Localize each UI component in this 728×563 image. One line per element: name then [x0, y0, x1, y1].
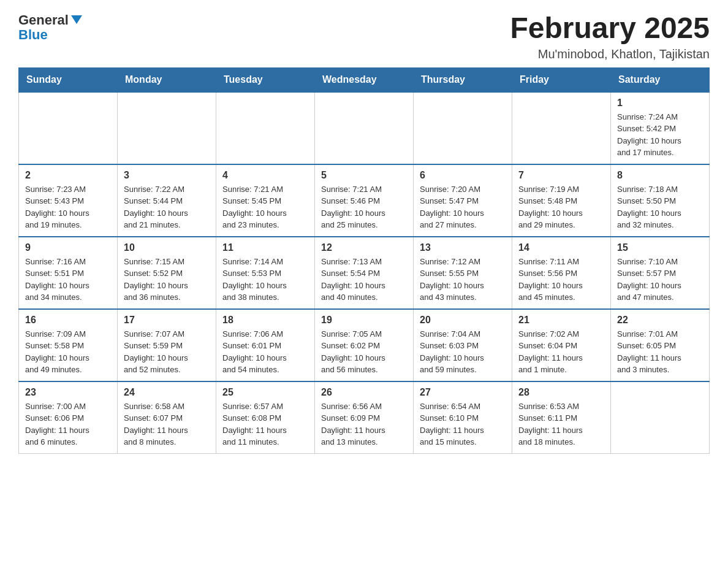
day-number: 1	[617, 98, 703, 109]
day-info: Sunrise: 7:09 AM Sunset: 5:58 PM Dayligh…	[25, 328, 111, 376]
weekday-header-thursday: Thursday	[414, 67, 512, 92]
calendar-cell: 21Sunrise: 7:02 AM Sunset: 6:04 PM Dayli…	[512, 309, 611, 381]
calendar-cell: 12Sunrise: 7:13 AM Sunset: 5:54 PM Dayli…	[315, 237, 414, 309]
calendar-cell: 4Sunrise: 7:21 AM Sunset: 5:45 PM Daylig…	[216, 164, 315, 237]
title-block: February 2025 Mu'minobod, Khatlon, Tajik…	[510, 12, 710, 61]
calendar-cell: 5Sunrise: 7:21 AM Sunset: 5:46 PM Daylig…	[315, 164, 414, 237]
day-number: 4	[222, 170, 308, 181]
calendar-cell: 20Sunrise: 7:04 AM Sunset: 6:03 PM Dayli…	[414, 309, 512, 381]
calendar-cell	[315, 92, 414, 164]
calendar-cell: 3Sunrise: 7:22 AM Sunset: 5:44 PM Daylig…	[118, 164, 216, 237]
day-info: Sunrise: 6:57 AM Sunset: 6:08 PM Dayligh…	[222, 400, 308, 448]
calendar-cell: 22Sunrise: 7:01 AM Sunset: 6:05 PM Dayli…	[611, 309, 710, 381]
day-info: Sunrise: 7:11 AM Sunset: 5:56 PM Dayligh…	[518, 256, 604, 304]
day-info: Sunrise: 7:14 AM Sunset: 5:53 PM Dayligh…	[222, 256, 308, 304]
day-number: 24	[124, 387, 210, 398]
weekday-header-tuesday: Tuesday	[216, 67, 315, 92]
calendar-cell	[216, 92, 315, 164]
calendar-cell: 26Sunrise: 6:56 AM Sunset: 6:09 PM Dayli…	[315, 381, 414, 454]
logo-blue: Blue	[18, 27, 48, 43]
day-number: 9	[25, 242, 111, 253]
day-number: 8	[617, 170, 703, 181]
day-info: Sunrise: 7:04 AM Sunset: 6:03 PM Dayligh…	[420, 328, 506, 376]
day-info: Sunrise: 7:19 AM Sunset: 5:48 PM Dayligh…	[518, 183, 604, 231]
day-info: Sunrise: 7:12 AM Sunset: 5:55 PM Dayligh…	[420, 256, 506, 304]
day-info: Sunrise: 7:22 AM Sunset: 5:44 PM Dayligh…	[124, 183, 210, 231]
day-info: Sunrise: 6:58 AM Sunset: 6:07 PM Dayligh…	[124, 400, 210, 448]
day-number: 21	[518, 315, 604, 326]
calendar-cell: 17Sunrise: 7:07 AM Sunset: 5:59 PM Dayli…	[118, 309, 216, 381]
calendar-cell	[19, 92, 118, 164]
page-header: General Blue February 2025 Mu'minobod, K…	[18, 12, 710, 61]
day-number: 26	[321, 387, 407, 398]
calendar-week-row: 23Sunrise: 7:00 AM Sunset: 6:06 PM Dayli…	[19, 381, 710, 454]
calendar-week-row: 9Sunrise: 7:16 AM Sunset: 5:51 PM Daylig…	[19, 237, 710, 309]
calendar-cell: 2Sunrise: 7:23 AM Sunset: 5:43 PM Daylig…	[19, 164, 118, 237]
weekday-header-sunday: Sunday	[19, 67, 118, 92]
calendar-week-row: 1Sunrise: 7:24 AM Sunset: 5:42 PM Daylig…	[19, 92, 710, 164]
day-number: 7	[518, 170, 604, 181]
svg-marker-0	[71, 15, 82, 24]
day-info: Sunrise: 7:07 AM Sunset: 5:59 PM Dayligh…	[124, 328, 210, 376]
day-number: 19	[321, 315, 407, 326]
day-info: Sunrise: 7:02 AM Sunset: 6:04 PM Dayligh…	[518, 328, 604, 376]
calendar-cell: 13Sunrise: 7:12 AM Sunset: 5:55 PM Dayli…	[414, 237, 512, 309]
logo: General Blue	[18, 12, 82, 43]
calendar-cell	[118, 92, 216, 164]
calendar-cell: 25Sunrise: 6:57 AM Sunset: 6:08 PM Dayli…	[216, 381, 315, 454]
day-number: 18	[222, 315, 308, 326]
calendar-cell: 23Sunrise: 7:00 AM Sunset: 6:06 PM Dayli…	[19, 381, 118, 454]
day-info: Sunrise: 6:53 AM Sunset: 6:11 PM Dayligh…	[518, 400, 604, 448]
calendar-cell: 11Sunrise: 7:14 AM Sunset: 5:53 PM Dayli…	[216, 237, 315, 309]
day-info: Sunrise: 7:24 AM Sunset: 5:42 PM Dayligh…	[617, 111, 703, 159]
calendar-cell: 8Sunrise: 7:18 AM Sunset: 5:50 PM Daylig…	[611, 164, 710, 237]
day-number: 10	[124, 242, 210, 253]
day-info: Sunrise: 7:23 AM Sunset: 5:43 PM Dayligh…	[25, 183, 111, 231]
calendar-week-row: 2Sunrise: 7:23 AM Sunset: 5:43 PM Daylig…	[19, 164, 710, 237]
day-info: Sunrise: 7:16 AM Sunset: 5:51 PM Dayligh…	[25, 256, 111, 304]
calendar-cell	[611, 381, 710, 454]
day-number: 22	[617, 315, 703, 326]
day-info: Sunrise: 7:10 AM Sunset: 5:57 PM Dayligh…	[617, 256, 703, 304]
calendar-cell: 10Sunrise: 7:15 AM Sunset: 5:52 PM Dayli…	[118, 237, 216, 309]
calendar-cell: 14Sunrise: 7:11 AM Sunset: 5:56 PM Dayli…	[512, 237, 611, 309]
day-number: 28	[518, 387, 604, 398]
calendar-week-row: 16Sunrise: 7:09 AM Sunset: 5:58 PM Dayli…	[19, 309, 710, 381]
calendar-cell: 7Sunrise: 7:19 AM Sunset: 5:48 PM Daylig…	[512, 164, 611, 237]
month-title: February 2025	[510, 12, 710, 45]
logo-arrow-icon	[71, 15, 82, 26]
calendar-table: SundayMondayTuesdayWednesdayThursdayFrid…	[18, 67, 710, 454]
logo-general: General	[18, 12, 69, 28]
day-number: 14	[518, 242, 604, 253]
calendar-cell: 9Sunrise: 7:16 AM Sunset: 5:51 PM Daylig…	[19, 237, 118, 309]
day-number: 2	[25, 170, 111, 181]
day-info: Sunrise: 7:21 AM Sunset: 5:45 PM Dayligh…	[222, 183, 308, 231]
day-number: 5	[321, 170, 407, 181]
day-number: 20	[420, 315, 506, 326]
day-info: Sunrise: 7:13 AM Sunset: 5:54 PM Dayligh…	[321, 256, 407, 304]
day-number: 11	[222, 242, 308, 253]
calendar-cell	[414, 92, 512, 164]
day-info: Sunrise: 6:56 AM Sunset: 6:09 PM Dayligh…	[321, 400, 407, 448]
day-info: Sunrise: 6:54 AM Sunset: 6:10 PM Dayligh…	[420, 400, 506, 448]
calendar-cell: 19Sunrise: 7:05 AM Sunset: 6:02 PM Dayli…	[315, 309, 414, 381]
day-info: Sunrise: 7:05 AM Sunset: 6:02 PM Dayligh…	[321, 328, 407, 376]
weekday-header-saturday: Saturday	[611, 67, 710, 92]
weekday-header-monday: Monday	[118, 67, 216, 92]
day-number: 12	[321, 242, 407, 253]
day-info: Sunrise: 7:15 AM Sunset: 5:52 PM Dayligh…	[124, 256, 210, 304]
day-info: Sunrise: 7:06 AM Sunset: 6:01 PM Dayligh…	[222, 328, 308, 376]
calendar-cell: 24Sunrise: 6:58 AM Sunset: 6:07 PM Dayli…	[118, 381, 216, 454]
day-number: 13	[420, 242, 506, 253]
calendar-cell: 1Sunrise: 7:24 AM Sunset: 5:42 PM Daylig…	[611, 92, 710, 164]
day-number: 15	[617, 242, 703, 253]
day-number: 17	[124, 315, 210, 326]
day-number: 16	[25, 315, 111, 326]
calendar-cell	[512, 92, 611, 164]
calendar-cell: 16Sunrise: 7:09 AM Sunset: 5:58 PM Dayli…	[19, 309, 118, 381]
day-number: 27	[420, 387, 506, 398]
day-info: Sunrise: 7:21 AM Sunset: 5:46 PM Dayligh…	[321, 183, 407, 231]
location: Mu'minobod, Khatlon, Tajikistan	[510, 47, 710, 61]
weekday-header-friday: Friday	[512, 67, 611, 92]
calendar-cell: 28Sunrise: 6:53 AM Sunset: 6:11 PM Dayli…	[512, 381, 611, 454]
